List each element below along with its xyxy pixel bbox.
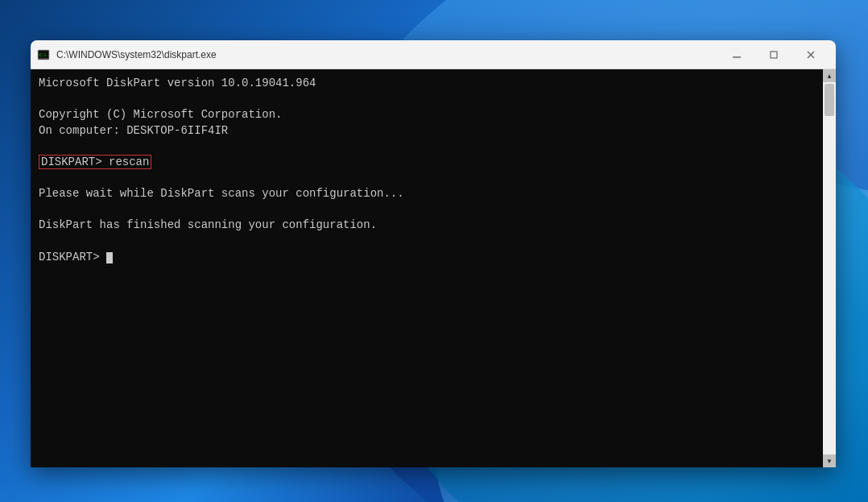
output-prompt-final: DISKPART> (39, 250, 815, 266)
svg-text:C:\: C:\ (39, 52, 47, 57)
window-titlebar: C:\ C:\WINDOWS\system32\diskpart.exe (31, 40, 836, 69)
window-icon: C:\ (37, 48, 50, 61)
terminal-wrapper: Microsoft DiskPart version 10.0.19041.96… (31, 69, 836, 467)
output-line-blank-1 (39, 92, 815, 108)
command-text: rescan (109, 156, 149, 168)
diskpart-window: C:\ C:\WINDOWS\system32\diskpart.exe (31, 40, 836, 467)
window-title: C:\WINDOWS\system32\diskpart.exe (56, 49, 718, 60)
output-line-9: DiskPart has finished scanning your conf… (39, 218, 815, 234)
terminal-scrollbar[interactable]: ▲ ▼ (823, 69, 836, 467)
final-prompt-text: DISKPART> (39, 251, 106, 263)
output-line-blank-4 (39, 202, 815, 218)
command-highlight: DISKPART> rescan (39, 155, 151, 169)
terminal-cursor (106, 252, 113, 263)
scroll-up-button[interactable]: ▲ (823, 69, 836, 82)
scrollbar-thumb[interactable] (825, 84, 834, 116)
output-line-blank-2 (39, 139, 815, 155)
output-line-3: Copyright (C) Microsoft Corporation. (39, 107, 815, 123)
output-line-blank-5 (39, 234, 815, 250)
command-prompt: DISKPART> (41, 156, 109, 168)
close-button[interactable] (792, 40, 829, 69)
scrollbar-track[interactable] (823, 82, 836, 454)
maximize-button[interactable] (755, 40, 792, 69)
output-line-4: On computer: DESKTOP-6IIF4IR (39, 123, 815, 139)
window-controls (718, 40, 829, 69)
svg-rect-4 (771, 52, 777, 58)
output-line-7: Please wait while DiskPart scans your co… (39, 186, 815, 202)
output-line-1: Microsoft DiskPart version 10.0.19041.96… (39, 76, 815, 92)
scroll-down-button[interactable]: ▼ (823, 454, 836, 467)
terminal-output[interactable]: Microsoft DiskPart version 10.0.19041.96… (31, 69, 823, 467)
minimize-button[interactable] (718, 40, 755, 69)
output-command-line: DISKPART> rescan (39, 155, 815, 171)
output-line-blank-3 (39, 171, 815, 187)
